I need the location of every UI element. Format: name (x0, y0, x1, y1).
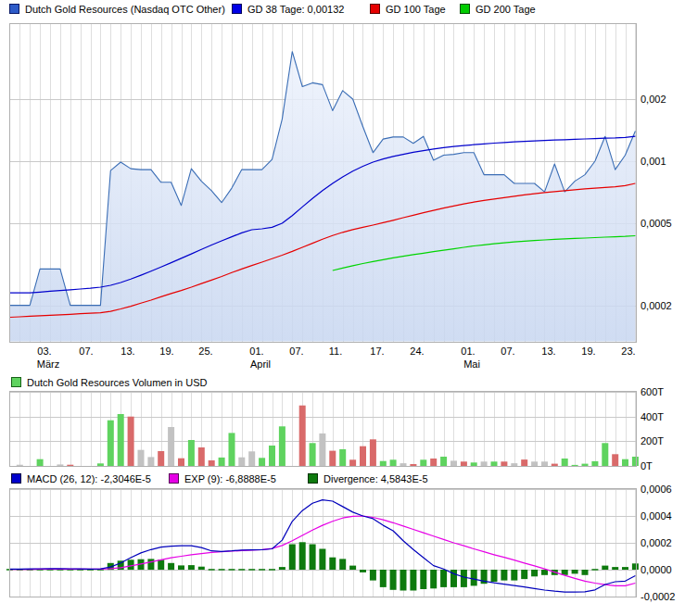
legend-swatch-icon (232, 4, 242, 14)
y-axis-tick-label: 400T (641, 411, 664, 422)
divergence-bar (349, 566, 356, 570)
volume-bar (360, 446, 366, 466)
volume-bar (238, 458, 245, 466)
macd-y-axis-labels: 0,00060,00040,00020,0000-0,0002 (641, 484, 675, 602)
divergence-bar (319, 549, 325, 571)
volume-bar (400, 463, 407, 466)
volume-bar (279, 426, 285, 466)
volume-bar (531, 461, 538, 466)
divergence-bar (248, 569, 255, 571)
volume-bar (339, 449, 346, 466)
volume-bar (602, 443, 608, 466)
volume-bar (410, 464, 416, 466)
month-label: April (250, 358, 271, 370)
volume-bar (37, 459, 44, 466)
legend-label: GD 100 Tage (386, 4, 446, 15)
month-label: Mai (463, 358, 480, 370)
volume-bar (591, 461, 598, 466)
divergence-bar (219, 569, 225, 571)
volume-bar (229, 433, 235, 466)
legend-swatch-icon (308, 473, 318, 484)
volume-bar (562, 459, 568, 466)
divergence-bar (128, 559, 134, 570)
divergence-bar (380, 570, 387, 587)
divergence-bar (521, 570, 527, 579)
volume-y-axis-labels: 600T400T200T0T (641, 386, 664, 471)
volume-bar (259, 458, 265, 466)
legend-swatch-icon (169, 473, 179, 484)
divergence-bar (178, 565, 184, 570)
legend-swatch-icon (370, 4, 380, 14)
date-tick-label: 01. (461, 346, 475, 357)
volume-bar (622, 459, 628, 466)
date-tick-label: 07. (289, 346, 303, 357)
price-y-axis-labels: 0,0020,0010,00050,0002 (641, 94, 672, 311)
divergence-bar (310, 545, 316, 571)
volume-bar (67, 465, 73, 466)
divergence-bar (430, 570, 437, 588)
divergence-bar (461, 570, 467, 587)
y-axis-tick-label: 0,0002 (641, 537, 672, 548)
volume-bar (420, 459, 426, 466)
volume-bar (511, 463, 517, 466)
y-axis-tick-label: 0,0000 (641, 564, 672, 575)
volume-bar (521, 459, 527, 466)
volume-bar (138, 450, 145, 466)
legend-item: GD 100 Tage (370, 4, 446, 15)
legend-label: EXP (9): -6,8888E-5 (184, 473, 276, 484)
divergence-bar (582, 570, 589, 575)
volume-bar (299, 406, 306, 466)
volume-bar (97, 463, 104, 466)
volume-bar (158, 451, 164, 466)
date-tick-label: 23. (621, 346, 635, 357)
divergence-bar (279, 567, 285, 570)
volume-bar (17, 465, 23, 466)
volume-bar (481, 461, 488, 466)
date-tick-label: 07. (501, 346, 514, 357)
chart-canvas: 0,0020,0010,00050,0002600T400T200T0T0,00… (0, 0, 685, 616)
volume-bar (248, 451, 255, 466)
volume-bar (188, 440, 195, 466)
divergence-bar (259, 569, 265, 571)
divergence-bar (289, 545, 296, 571)
volume-bar (632, 457, 639, 466)
divergence-bar (501, 570, 507, 581)
divergence-bar (471, 570, 477, 585)
date-tick-label: 11. (329, 346, 342, 357)
legend-swatch-icon (11, 473, 21, 484)
stock-chart-page: 0,0020,0010,00050,0002600T400T200T0T0,00… (0, 0, 685, 616)
divergence-bar (209, 569, 215, 571)
price-area-fill (9, 52, 635, 342)
divergence-bar (158, 559, 164, 570)
divergence-bar (229, 569, 235, 571)
y-axis-tick-label: 0,0004 (641, 510, 672, 522)
divergence-bar (370, 570, 376, 581)
divergence-bar (299, 542, 306, 570)
divergence-bar (541, 570, 548, 575)
volume-bar (168, 427, 174, 466)
volume-bar (612, 454, 618, 466)
volume-bar (501, 461, 507, 466)
volume-bar (450, 460, 457, 466)
y-axis-tick-label: 0,002 (641, 94, 666, 105)
legend-item: EXP (9): -6,8888E-5 (169, 473, 276, 484)
divergence-bar (491, 570, 498, 582)
divergence-bar (602, 566, 608, 570)
legend-swatch-icon (460, 4, 470, 14)
legend-item: Dutch Gold Resources Volumen in USD (11, 377, 207, 388)
legend-label: MACD (26, 12): -2,3046E-5 (27, 473, 151, 484)
y-axis-tick-label: 0T (641, 460, 653, 471)
legend-item: Divergence: 4,5843E-5 (308, 473, 428, 484)
volume-bar (198, 447, 205, 466)
volume-bar (108, 421, 114, 466)
divergence-bar (420, 570, 426, 589)
y-axis-tick-label: 0,0002 (641, 300, 672, 311)
date-tick-label: 03. (37, 346, 51, 357)
date-tick-label: 01. (249, 346, 263, 357)
legend-label: Dutch Gold Resources Volumen in USD (27, 377, 207, 388)
divergence-bar (531, 570, 538, 576)
volume-bar (329, 451, 336, 466)
volume-bar (491, 461, 498, 466)
y-axis-tick-label: 200T (641, 435, 664, 446)
date-tick-label: 13. (541, 346, 555, 357)
